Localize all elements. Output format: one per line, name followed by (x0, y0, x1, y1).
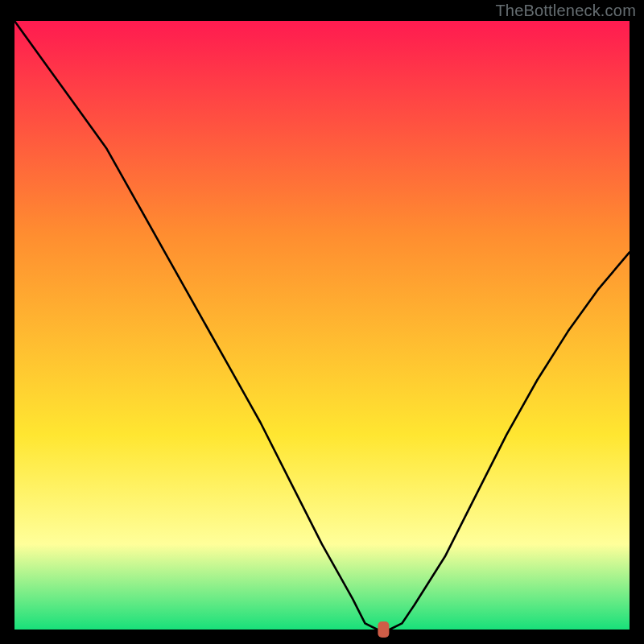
current-config-marker (378, 621, 389, 638)
chart-canvas (0, 0, 644, 644)
plot-area (14, 21, 630, 630)
bottleneck-chart: TheBottleneck.com (0, 0, 644, 644)
watermark-label: TheBottleneck.com (495, 2, 636, 20)
